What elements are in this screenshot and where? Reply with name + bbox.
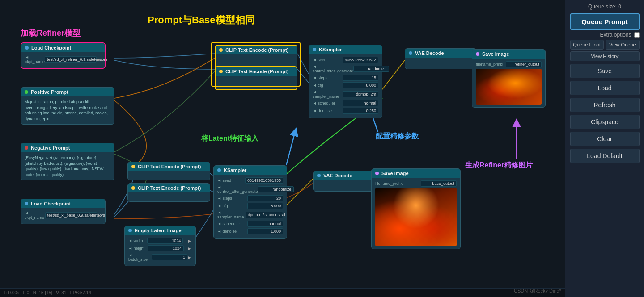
seed-field: ◄ seed 90631766219672 <box>313 57 378 63</box>
ckpt-label: ◄ ckpt_name <box>25 211 45 220</box>
image-preview-2 <box>375 188 457 246</box>
sampler-field: ◄ sampler_name dpmpp_2s_ancestral <box>217 210 283 219</box>
scheduler-field: ◄ scheduler normal <box>217 221 283 227</box>
node-title: Negative Prompt <box>31 145 70 151</box>
height-field: ◄ height 1024 ► <box>128 245 192 251</box>
clip-encode-2b-node[interactable]: CLIP Text Encode (Prompt) <box>127 183 210 202</box>
node-header: CLIP Text Encode (Prompt) <box>128 162 210 171</box>
steps-field: ◄ steps 20 <box>217 195 283 201</box>
node-header: KSampler <box>309 45 382 54</box>
view-history-row: View History <box>570 51 640 61</box>
node-header: Save Image <box>472 50 545 59</box>
node-dot <box>25 46 29 50</box>
node-header: KSampler <box>214 166 287 175</box>
load-default-button[interactable]: Load Default <box>570 149 640 163</box>
annotation-generate-refiner: 生成Refiner精修图片 <box>465 161 533 170</box>
negative-text[interactable]: (EasyNegative),(watermark), (signature),… <box>25 155 110 177</box>
node-dot <box>476 52 479 56</box>
save-image-1-node[interactable]: Save Image filename_prefix refiner_outpu… <box>472 49 546 108</box>
node-header: CLIP Text Encode (Prompt) <box>216 67 297 76</box>
cfg-field: ◄ cfg 8.000 <box>313 82 378 88</box>
width-field: ◄ width 1024 ► <box>128 238 192 244</box>
extra-options-row: Extra options <box>570 32 640 38</box>
extra-options-checkbox[interactable] <box>634 32 640 38</box>
ksampler-2-node[interactable]: KSampler ◄ seed 661499010361935 ◄ contro… <box>213 165 287 239</box>
node-dot <box>219 48 223 52</box>
node-title: Positive Prompt <box>31 89 68 95</box>
node-dot <box>128 229 132 232</box>
node-title: VAE Decode <box>323 173 352 178</box>
status-v: V: 31 <box>56 290 66 295</box>
view-history-button[interactable]: View History <box>570 51 640 61</box>
node-title: CLIP Text Encode (Prompt) <box>225 69 288 74</box>
ksampler-1-node[interactable]: KSampler ◄ seed 90631766219672 ◄ control… <box>309 45 382 118</box>
ckpt-value[interactable]: test/sd_xl_refiner_0.9.safetensors <box>45 56 97 63</box>
node-header: CLIP Text Encode (Prompt) <box>128 184 210 192</box>
positive-prompt-node[interactable]: Positive Prompt Majestic dragon, perched… <box>21 87 114 125</box>
watermark: CSDN @Rocky Ding* <box>514 288 561 293</box>
node-title: CLIP Text Encode (Prompt) <box>138 164 201 169</box>
node-header: Save Image <box>372 169 460 178</box>
load-checkpoint-2-node[interactable]: Load Checkpoint ◄ ckpt_name test/sd_xl_b… <box>21 199 106 224</box>
save-image-2-node[interactable]: Save Image filename_prefix base_output <box>371 168 461 249</box>
negative-prompt-node[interactable]: Negative Prompt (EasyNegative),(watermar… <box>21 143 114 180</box>
clipspace-button[interactable]: Clipspace <box>570 115 640 129</box>
annotation-config-refiner: 配置精修参数 <box>376 132 419 141</box>
status-bar: T: 0.00s I: 0 N: 15 [15] V: 31 FPS:57.14 <box>0 288 565 297</box>
node-header: Negative Prompt <box>21 143 114 152</box>
extra-options-label: Extra options <box>600 32 631 38</box>
filename-field: filename_prefix base_output <box>375 180 457 187</box>
node-title: CLIP Text Encode (Prompt) <box>225 47 288 53</box>
cfg-field: ◄ cfg 8.000 <box>217 203 283 209</box>
node-dot <box>217 168 221 172</box>
ckpt-field: ◄ ckpt_name test/sd_xl_refiner_0.9.safet… <box>25 55 101 64</box>
filename-field: filename_prefix refiner_output <box>476 61 542 67</box>
ckpt-field: ◄ ckpt_name test/sd_xl_base_0.9.safetens… <box>25 211 102 220</box>
status-n: N: 15 [15] <box>33 290 52 295</box>
clip-encode-1b-node[interactable]: CLIP Text Encode (Prompt) <box>215 66 297 90</box>
queue-front-view-row: Queue Front View Queue <box>570 40 640 50</box>
node-title: KSampler <box>319 47 342 52</box>
node-header: VAE Decode <box>405 49 476 58</box>
batch-field: ◄ batch_size 1 ► <box>128 253 192 262</box>
node-title: VAE Decode <box>415 50 444 56</box>
node-dot <box>317 174 321 177</box>
clear-button[interactable]: Clear <box>570 132 640 146</box>
refresh-button[interactable]: Refresh <box>570 98 640 112</box>
positive-text[interactable]: Majestic dragon, perched atop a cliff ov… <box>25 99 110 121</box>
vae-decode-1-node[interactable]: VAE Decode <box>405 48 476 69</box>
control-field: ◄ control_after_generate randomize <box>217 185 283 194</box>
load-checkpoint-1-node[interactable]: Load Checkpoint ◄ ckpt_name test/sd_xl_r… <box>21 42 106 69</box>
load-button[interactable]: Load <box>570 81 640 95</box>
steps-field: ◄ steps 15 <box>313 75 378 81</box>
clip-encode-1a-node[interactable]: CLIP Text Encode (Prompt) <box>215 45 297 69</box>
svg-line-0 <box>286 132 295 165</box>
queue-prompt-button[interactable]: Queue Prompt <box>570 13 640 30</box>
ckpt-value[interactable]: test/sd_xl_base_0.9.safetensors <box>45 212 97 218</box>
node-header: CLIP Text Encode (Prompt) <box>216 46 297 54</box>
node-header: Load Checkpoint <box>21 43 105 52</box>
node-header: Load Checkpoint <box>21 199 105 208</box>
queue-size-label: Queue size: 0 <box>588 4 621 10</box>
node-title: Save Image <box>381 171 409 176</box>
queue-front-button[interactable]: Queue Front <box>570 40 604 50</box>
node-title: Save Image <box>482 51 509 57</box>
seed-field: ◄ seed 661499010361935 <box>217 177 283 184</box>
status-i: I: 0 <box>23 290 29 295</box>
node-dot <box>313 48 316 51</box>
ckpt-label: ◄ ckpt_name <box>25 55 45 64</box>
denoise-field: ◄ denoise 1.000 <box>217 228 283 234</box>
save-button[interactable]: Save <box>570 64 640 78</box>
node-header: Positive Prompt <box>21 88 114 96</box>
node-dot <box>131 165 135 168</box>
status-fps: FPS:57.14 <box>70 290 91 295</box>
clip-encode-2a-node[interactable]: CLIP Text Encode (Prompt) <box>127 162 210 180</box>
node-title: Load Checkpoint <box>31 45 71 50</box>
node-dot <box>375 172 379 175</box>
denoise-field: ◄ denoise 0.250 <box>313 108 378 114</box>
view-queue-button[interactable]: View Queue <box>606 40 640 50</box>
node-dot <box>25 202 28 205</box>
node-header: Empty Latent Image <box>125 226 195 235</box>
empty-latent-node[interactable]: Empty Latent Image ◄ width 1024 ► ◄ heig… <box>124 226 196 266</box>
canvas-area[interactable]: Load Checkpoint ◄ ckpt_name test/sd_xl_r… <box>0 0 565 297</box>
